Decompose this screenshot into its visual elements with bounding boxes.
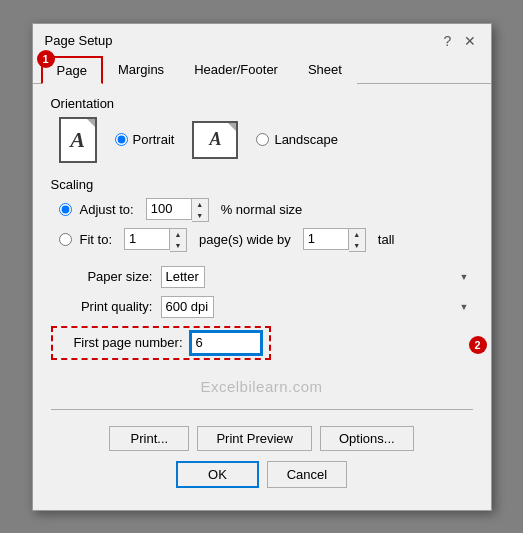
content-area: Orientation A Portrait A Lan	[33, 84, 491, 510]
adjust-value-input[interactable]	[146, 198, 192, 220]
tabs-row: 1 Page Margins Header/Footer Sheet	[33, 56, 491, 84]
adjust-label: Adjust to:	[80, 202, 134, 217]
fit-wide-up-btn[interactable]: ▲	[170, 229, 186, 240]
ok-button[interactable]: OK	[176, 461, 259, 488]
landscape-fold	[228, 123, 236, 131]
paper-size-label: Paper size:	[51, 269, 161, 284]
divider-1	[51, 409, 473, 410]
fit-wide-input[interactable]	[124, 228, 170, 250]
dialog-title: Page Setup	[45, 33, 113, 48]
orientation-row: A Portrait A Landscape	[59, 117, 473, 163]
tab-sheet[interactable]: Sheet	[293, 56, 357, 84]
tab-page[interactable]: 1 Page	[41, 56, 103, 84]
landscape-icon: A	[192, 121, 238, 159]
ok-cancel-row: OK Cancel	[51, 457, 473, 498]
title-controls: ? ✕	[439, 32, 479, 50]
paper-size-row: Paper size: Letter Legal A4 A3	[51, 266, 473, 288]
first-page-row: First page number:	[51, 326, 271, 360]
close-button[interactable]: ✕	[461, 32, 479, 50]
fit-tall-up-btn[interactable]: ▲	[349, 229, 365, 240]
title-bar: Page Setup ? ✕	[33, 24, 491, 54]
print-button[interactable]: Print...	[109, 426, 189, 451]
adjust-spinner: ▲ ▼	[146, 198, 209, 222]
pages-wide-label: page(s) wide by	[199, 232, 291, 247]
scaling-label: Scaling	[51, 177, 473, 192]
fit-row: Fit to: ▲ ▼ page(s) wide by ▲ ▼ ta	[51, 228, 473, 252]
adjust-arrows: ▲ ▼	[192, 198, 209, 222]
fit-label: Fit to:	[80, 232, 113, 247]
print-quality-select-wrap: 600 dpi 300 dpi 150 dpi	[161, 296, 473, 318]
print-quality-label: Print quality:	[51, 299, 161, 314]
fit-wide-spinner: ▲ ▼	[124, 228, 187, 252]
orientation-label: Orientation	[51, 96, 473, 111]
watermark: Excelbilearn.com	[51, 368, 473, 401]
fit-radio[interactable]	[59, 233, 72, 246]
badge-2: 2	[469, 336, 487, 354]
options-button[interactable]: Options...	[320, 426, 414, 451]
footer-row: Print... Print Preview Options...	[51, 418, 473, 457]
portrait-icon: A	[59, 117, 97, 163]
fit-tall-input[interactable]	[303, 228, 349, 250]
portrait-option[interactable]: Portrait	[115, 132, 175, 147]
cancel-button[interactable]: Cancel	[267, 461, 347, 488]
first-page-label: First page number:	[61, 335, 191, 350]
fit-tall-spinner: ▲ ▼	[303, 228, 366, 252]
normal-size-label: % normal size	[221, 202, 303, 217]
portrait-radio[interactable]	[115, 133, 128, 146]
orientation-section: Orientation A Portrait A Lan	[51, 96, 473, 163]
tab-page-badge: 1	[37, 50, 55, 68]
tab-header-footer[interactable]: Header/Footer	[179, 56, 293, 84]
first-page-container: First page number: 2	[51, 326, 473, 364]
fit-tall-arrows: ▲ ▼	[349, 228, 366, 252]
adjust-down-btn[interactable]: ▼	[192, 210, 208, 221]
print-quality-select[interactable]: 600 dpi 300 dpi 150 dpi	[161, 296, 214, 318]
print-preview-button[interactable]: Print Preview	[197, 426, 312, 451]
first-page-input[interactable]	[191, 332, 261, 354]
scaling-section: Scaling Adjust to: ▲ ▼ % normal size Fit…	[51, 177, 473, 252]
tab-margins[interactable]: Margins	[103, 56, 179, 84]
portrait-fold	[87, 119, 95, 127]
adjust-row: Adjust to: ▲ ▼ % normal size	[51, 198, 473, 222]
adjust-radio[interactable]	[59, 203, 72, 216]
fit-wide-arrows: ▲ ▼	[170, 228, 187, 252]
help-button[interactable]: ?	[439, 32, 457, 50]
page-setup-dialog: Page Setup ? ✕ 1 Page Margins Header/Foo…	[32, 23, 492, 511]
fit-tall-down-btn[interactable]: ▼	[349, 240, 365, 251]
tall-label: tall	[378, 232, 395, 247]
adjust-up-btn[interactable]: ▲	[192, 199, 208, 210]
fit-wide-down-btn[interactable]: ▼	[170, 240, 186, 251]
print-quality-row: Print quality: 600 dpi 300 dpi 150 dpi	[51, 296, 473, 318]
paper-size-select-wrap: Letter Legal A4 A3	[161, 266, 473, 288]
landscape-radio[interactable]	[256, 133, 269, 146]
paper-size-select[interactable]: Letter Legal A4 A3	[161, 266, 205, 288]
landscape-option[interactable]: Landscape	[256, 132, 338, 147]
